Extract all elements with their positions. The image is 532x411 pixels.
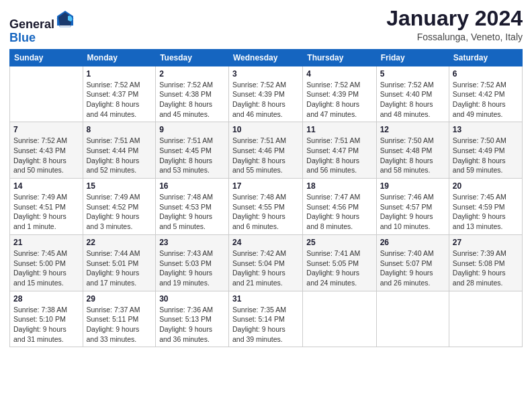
logo-general: General bbox=[9, 17, 54, 31]
day-number: 28 bbox=[13, 294, 79, 304]
day-info: Sunrise: 7:46 AMSunset: 4:57 PMDaylight:… bbox=[380, 192, 445, 232]
weekday-header-monday: Monday bbox=[83, 49, 156, 66]
day-info: Sunrise: 7:51 AMSunset: 4:44 PMDaylight:… bbox=[87, 136, 152, 175]
calendar-cell: 29Sunrise: 7:37 AMSunset: 5:11 PMDayligh… bbox=[83, 291, 156, 347]
day-number: 18 bbox=[306, 181, 372, 191]
day-info: Sunrise: 7:45 AMSunset: 4:59 PMDaylight:… bbox=[453, 192, 519, 232]
calendar-cell bbox=[10, 66, 83, 122]
header: General Blue January 2024 Fossalunga, Ve… bbox=[9, 7, 523, 45]
day-number: 13 bbox=[453, 125, 519, 134]
calendar-cell: 4Sunrise: 7:52 AMSunset: 4:39 PMDaylight… bbox=[303, 66, 376, 122]
day-number: 22 bbox=[87, 238, 152, 247]
calendar-cell: 5Sunrise: 7:52 AMSunset: 4:40 PMDaylight… bbox=[376, 66, 449, 122]
day-info: Sunrise: 7:48 AMSunset: 4:53 PMDaylight:… bbox=[159, 192, 225, 232]
day-number: 31 bbox=[232, 294, 299, 304]
calendar-cell: 1Sunrise: 7:52 AMSunset: 4:37 PMDaylight… bbox=[83, 66, 156, 122]
calendar-cell: 20Sunrise: 7:45 AMSunset: 4:59 PMDayligh… bbox=[449, 179, 522, 235]
day-info: Sunrise: 7:42 AMSunset: 5:04 PMDaylight:… bbox=[232, 248, 299, 288]
day-info: Sunrise: 7:41 AMSunset: 5:05 PMDaylight:… bbox=[306, 248, 372, 288]
calendar-cell: 2Sunrise: 7:52 AMSunset: 4:38 PMDaylight… bbox=[156, 66, 229, 122]
calendar-cell: 19Sunrise: 7:46 AMSunset: 4:57 PMDayligh… bbox=[376, 179, 449, 235]
month-title: January 2024 bbox=[386, 7, 523, 30]
calendar-cell: 16Sunrise: 7:48 AMSunset: 4:53 PMDayligh… bbox=[156, 179, 229, 235]
page: General Blue January 2024 Fossalunga, Ve… bbox=[0, 0, 532, 411]
day-info: Sunrise: 7:37 AMSunset: 5:11 PMDaylight:… bbox=[87, 305, 152, 345]
day-number: 12 bbox=[380, 125, 445, 134]
day-info: Sunrise: 7:52 AMSunset: 4:43 PMDaylight:… bbox=[13, 136, 79, 175]
day-info: Sunrise: 7:40 AMSunset: 5:07 PMDaylight:… bbox=[380, 248, 445, 288]
calendar-week-1: 1Sunrise: 7:52 AMSunset: 4:37 PMDaylight… bbox=[10, 66, 523, 122]
day-info: Sunrise: 7:36 AMSunset: 5:13 PMDaylight:… bbox=[159, 305, 225, 345]
calendar-cell: 25Sunrise: 7:41 AMSunset: 5:05 PMDayligh… bbox=[303, 234, 376, 291]
day-number: 14 bbox=[13, 181, 79, 191]
location: Fossalunga, Veneto, Italy bbox=[386, 32, 523, 42]
calendar-table: SundayMondayTuesdayWednesdayThursdayFrid… bbox=[9, 49, 523, 348]
day-number: 8 bbox=[87, 125, 152, 134]
logo-icon bbox=[56, 9, 75, 28]
day-number: 15 bbox=[87, 181, 152, 191]
calendar-cell: 9Sunrise: 7:51 AMSunset: 4:45 PMDaylight… bbox=[156, 122, 229, 179]
calendar-cell: 24Sunrise: 7:42 AMSunset: 5:04 PMDayligh… bbox=[229, 234, 303, 291]
day-number: 19 bbox=[380, 181, 445, 191]
day-number: 23 bbox=[159, 238, 225, 247]
day-number: 30 bbox=[159, 294, 225, 304]
calendar-cell: 26Sunrise: 7:40 AMSunset: 5:07 PMDayligh… bbox=[376, 234, 449, 291]
day-number: 21 bbox=[13, 238, 79, 247]
calendar-week-2: 7Sunrise: 7:52 AMSunset: 4:43 PMDaylight… bbox=[10, 122, 523, 179]
day-number: 4 bbox=[306, 69, 372, 79]
weekday-header-tuesday: Tuesday bbox=[156, 49, 229, 66]
calendar-cell: 27Sunrise: 7:39 AMSunset: 5:08 PMDayligh… bbox=[449, 234, 522, 291]
day-info: Sunrise: 7:48 AMSunset: 4:55 PMDaylight:… bbox=[232, 192, 299, 232]
calendar-cell: 18Sunrise: 7:47 AMSunset: 4:56 PMDayligh… bbox=[303, 179, 376, 235]
day-info: Sunrise: 7:52 AMSunset: 4:40 PMDaylight:… bbox=[380, 80, 445, 120]
calendar-cell: 21Sunrise: 7:45 AMSunset: 5:00 PMDayligh… bbox=[10, 234, 83, 291]
day-info: Sunrise: 7:50 AMSunset: 4:48 PMDaylight:… bbox=[380, 136, 445, 175]
day-number: 3 bbox=[232, 69, 299, 79]
day-number: 6 bbox=[453, 69, 519, 79]
day-info: Sunrise: 7:43 AMSunset: 5:03 PMDaylight:… bbox=[159, 248, 225, 288]
calendar-cell: 8Sunrise: 7:51 AMSunset: 4:44 PMDaylight… bbox=[83, 122, 156, 179]
day-info: Sunrise: 7:50 AMSunset: 4:49 PMDaylight:… bbox=[453, 136, 519, 175]
calendar-week-3: 14Sunrise: 7:49 AMSunset: 4:51 PMDayligh… bbox=[10, 179, 523, 235]
day-info: Sunrise: 7:49 AMSunset: 4:52 PMDaylight:… bbox=[87, 192, 152, 232]
weekday-header-wednesday: Wednesday bbox=[229, 49, 303, 66]
calendar-cell: 23Sunrise: 7:43 AMSunset: 5:03 PMDayligh… bbox=[156, 234, 229, 291]
day-info: Sunrise: 7:38 AMSunset: 5:10 PMDaylight:… bbox=[13, 305, 79, 345]
calendar-week-4: 21Sunrise: 7:45 AMSunset: 5:00 PMDayligh… bbox=[10, 234, 523, 291]
calendar-cell: 17Sunrise: 7:48 AMSunset: 4:55 PMDayligh… bbox=[229, 179, 303, 235]
day-number: 29 bbox=[87, 294, 152, 304]
day-info: Sunrise: 7:52 AMSunset: 4:39 PMDaylight:… bbox=[232, 80, 299, 120]
day-info: Sunrise: 7:52 AMSunset: 4:39 PMDaylight:… bbox=[306, 80, 372, 120]
day-info: Sunrise: 7:45 AMSunset: 5:00 PMDaylight:… bbox=[13, 248, 79, 288]
calendar-cell: 3Sunrise: 7:52 AMSunset: 4:39 PMDaylight… bbox=[229, 66, 303, 122]
calendar-cell: 14Sunrise: 7:49 AMSunset: 4:51 PMDayligh… bbox=[10, 179, 83, 235]
day-info: Sunrise: 7:51 AMSunset: 4:46 PMDaylight:… bbox=[232, 136, 299, 175]
calendar-cell: 31Sunrise: 7:35 AMSunset: 5:14 PMDayligh… bbox=[229, 291, 303, 347]
day-info: Sunrise: 7:39 AMSunset: 5:08 PMDaylight:… bbox=[453, 248, 519, 288]
day-number: 9 bbox=[159, 125, 225, 134]
weekday-header-saturday: Saturday bbox=[449, 49, 522, 66]
calendar-cell: 13Sunrise: 7:50 AMSunset: 4:49 PMDayligh… bbox=[449, 122, 522, 179]
day-number: 27 bbox=[453, 238, 519, 247]
calendar-cell: 10Sunrise: 7:51 AMSunset: 4:46 PMDayligh… bbox=[229, 122, 303, 179]
weekday-header-thursday: Thursday bbox=[303, 49, 376, 66]
day-info: Sunrise: 7:51 AMSunset: 4:45 PMDaylight:… bbox=[159, 136, 225, 175]
calendar-cell bbox=[449, 291, 522, 347]
calendar-cell: 11Sunrise: 7:51 AMSunset: 4:47 PMDayligh… bbox=[303, 122, 376, 179]
day-number: 24 bbox=[232, 238, 299, 247]
day-number: 1 bbox=[87, 69, 152, 79]
day-info: Sunrise: 7:35 AMSunset: 5:14 PMDaylight:… bbox=[232, 305, 299, 345]
day-number: 20 bbox=[453, 181, 519, 191]
calendar-cell: 22Sunrise: 7:44 AMSunset: 5:01 PMDayligh… bbox=[83, 234, 156, 291]
calendar-cell: 7Sunrise: 7:52 AMSunset: 4:43 PMDaylight… bbox=[10, 122, 83, 179]
calendar-cell: 6Sunrise: 7:52 AMSunset: 4:42 PMDaylight… bbox=[449, 66, 522, 122]
day-number: 17 bbox=[232, 181, 299, 191]
day-number: 5 bbox=[380, 69, 445, 79]
day-number: 2 bbox=[159, 69, 225, 79]
day-info: Sunrise: 7:51 AMSunset: 4:47 PMDaylight:… bbox=[306, 136, 372, 175]
calendar-cell bbox=[303, 291, 376, 347]
calendar-cell bbox=[376, 291, 449, 347]
weekday-header-row: SundayMondayTuesdayWednesdayThursdayFrid… bbox=[10, 49, 523, 66]
calendar-week-5: 28Sunrise: 7:38 AMSunset: 5:10 PMDayligh… bbox=[10, 291, 523, 347]
logo-blue: Blue bbox=[9, 31, 36, 44]
